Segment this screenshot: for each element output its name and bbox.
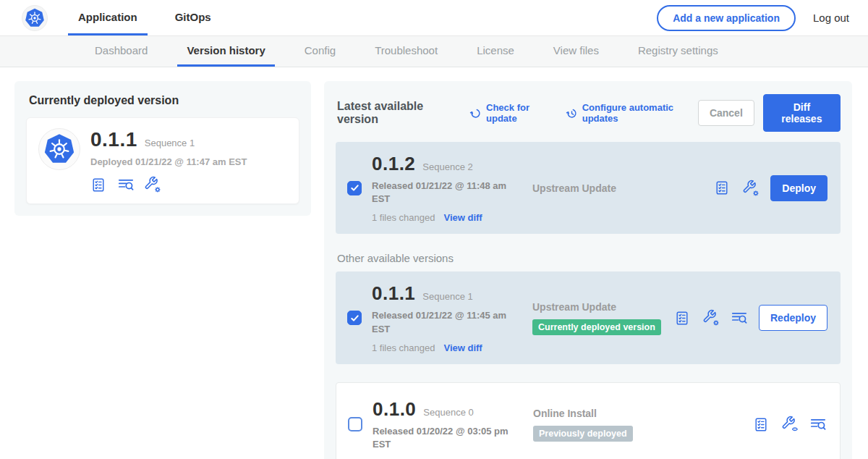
version-source: Upstream Update [532, 301, 664, 313]
version-sequence: Sequence 0 [423, 407, 473, 418]
latest-version-title: Latest available version [337, 100, 455, 126]
redeploy-button[interactable]: Redeploy [759, 305, 827, 331]
released-timestamp: Released 01/21/22 @ 11:48 am EST [372, 180, 513, 206]
add-application-button[interactable]: Add a new application [657, 5, 796, 31]
version-checkbox-0-1-0[interactable] [348, 417, 362, 431]
refresh-icon [469, 107, 482, 119]
view-config-wrench-eye-icon[interactable] [781, 416, 799, 433]
version-source: Online Install [533, 408, 743, 419]
current-version-panel: Currently deployed version 0 [14, 81, 311, 216]
version-history-panel: Latest available version Check for updat… [324, 81, 852, 459]
edit-config-wrench-gear-icon[interactable] [144, 176, 161, 193]
released-timestamp: Released 01/20/22 @ 03:05 pm EST [373, 425, 514, 451]
other-versions-label: Other available versions [337, 252, 839, 264]
view-diff-link[interactable]: View diff [443, 212, 482, 223]
preflight-checklist-icon[interactable] [674, 309, 692, 327]
version-row-0-1-0: 0.1.0 Sequence 0 Released 01/20/22 @ 03:… [336, 382, 841, 459]
top-nav-tabs: Application GitOps [68, 0, 221, 35]
version-source: Upstream Update [532, 182, 704, 194]
release-notes-search-icon[interactable] [117, 176, 135, 193]
logout-link[interactable]: Log out [813, 12, 849, 24]
deploy-button[interactable]: Deploy [770, 175, 827, 201]
tab-application[interactable]: Application [68, 0, 148, 35]
released-timestamp: Released 01/21/22 @ 11:45 am EST [372, 309, 513, 335]
current-version-number: 0.1.1 [90, 128, 137, 151]
subnav-item-troubleshoot[interactable]: Troubleshoot [365, 36, 447, 67]
edit-config-wrench-gear-icon[interactable] [702, 309, 720, 327]
files-changed-label: 1 files changed [372, 212, 435, 223]
release-notes-search-icon[interactable] [731, 309, 748, 327]
release-notes-search-icon[interactable] [809, 416, 827, 433]
subnav-item-version-history[interactable]: Version history [177, 36, 274, 67]
subnav-item-license[interactable]: License [467, 36, 524, 67]
subnav-item-registry-settings[interactable]: Registry settings [629, 36, 728, 67]
subnav-item-dashboard[interactable]: Dashboard [85, 36, 157, 67]
version-number: 0.1.2 [372, 153, 415, 175]
cancel-button[interactable]: Cancel [698, 100, 754, 126]
view-diff-link[interactable]: View diff [443, 342, 482, 353]
subnav-item-config[interactable]: Config [295, 36, 345, 67]
clock-refresh-icon [566, 107, 578, 119]
kubernetes-logo [22, 5, 48, 31]
deployed-timestamp: Deployed 01/21/22 @ 11:47 am EST [90, 156, 247, 167]
version-row-0-1-1: 0.1.1 Sequence 1 Released 01/21/22 @ 11:… [336, 271, 841, 363]
tab-gitops[interactable]: GitOps [165, 0, 221, 35]
preflight-checklist-icon[interactable] [90, 176, 108, 193]
files-changed-label: 1 files changed [372, 342, 435, 353]
app-sub-nav: Dashboard Version history Config Trouble… [0, 36, 868, 67]
current-version-card: 0.1.1 Sequence 1 Deployed 01/21/22 @ 11:… [26, 117, 299, 204]
version-row-0-1-2: 0.1.2 Sequence 2 Released 01/21/22 @ 11:… [336, 142, 841, 234]
preflight-checklist-icon[interactable] [714, 180, 731, 197]
diff-releases-button[interactable]: Diff releases [763, 94, 841, 132]
version-number: 0.1.1 [372, 282, 415, 305]
subnav-item-view-files[interactable]: View files [544, 36, 608, 67]
check-for-update-link[interactable]: Check for update [469, 102, 554, 124]
current-version-sequence: Sequence 1 [145, 138, 195, 148]
currently-deployed-badge: Currently deployed version [532, 319, 661, 335]
app-kubernetes-icon [38, 128, 80, 170]
configure-automatic-updates-link[interactable]: Configure automatic updates [566, 102, 698, 124]
current-version-title: Currently deployed version [29, 94, 297, 107]
version-sequence: Sequence 2 [422, 161, 472, 172]
edit-config-wrench-gear-icon[interactable] [742, 180, 760, 197]
main-content: Currently deployed version 0 [0, 67, 868, 459]
top-nav: Application GitOps Add a new application… [0, 0, 868, 36]
preflight-checklist-icon[interactable] [753, 416, 770, 433]
version-number: 0.1.0 [373, 398, 416, 421]
previously-deployed-badge: Previously deployed [533, 426, 633, 442]
version-checkbox-0-1-2[interactable] [347, 181, 362, 195]
version-checkbox-0-1-1[interactable] [347, 311, 362, 325]
version-sequence: Sequence 1 [422, 291, 472, 302]
